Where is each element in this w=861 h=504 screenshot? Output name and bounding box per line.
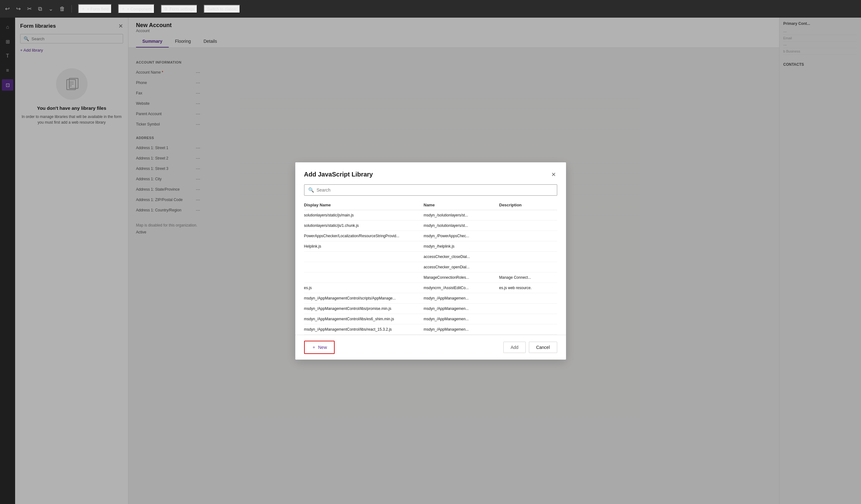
new-label: New — [318, 345, 327, 350]
modal-table-header: Display Name Name Description — [304, 200, 557, 210]
cell-name: msdyn_/AppManagemen... — [424, 306, 499, 311]
modal-search-icon: 🔍 — [308, 187, 314, 193]
cell-display-name: Helplink.js — [304, 244, 424, 249]
copy-icon[interactable]: ⧉ — [38, 6, 42, 12]
modal-search-input[interactable] — [317, 187, 553, 193]
cell-description — [499, 244, 557, 249]
table-row[interactable]: solutionlayers/static/js/main.js msdyn_/… — [304, 210, 557, 221]
cancel-label: Cancel — [536, 345, 550, 350]
form-field-label: + Form field — [87, 6, 109, 11]
table-row[interactable]: Helplink.js msdyn_/helplink.js — [304, 241, 557, 252]
cell-name: msdyn_/AppManagemen... — [424, 296, 499, 300]
cell-description — [499, 306, 557, 311]
cell-display-name — [304, 265, 424, 269]
cell-display-name: solutionlayers/static/js/1.chunk.js — [304, 223, 424, 228]
table-row[interactable]: ManageConnectionRoles... Manage Connect.… — [304, 272, 557, 283]
table-row[interactable]: msdyn_/AppManagementControl/scripts/AppM… — [304, 293, 557, 304]
modal-close-button[interactable]: ✕ — [550, 170, 557, 179]
table-row[interactable]: accessChecker_openDial... — [304, 262, 557, 272]
cell-name: msdyn_/solutionlayers/st... — [424, 223, 499, 228]
add-button[interactable]: Add — [503, 342, 526, 353]
col-header-name: Name — [424, 202, 499, 207]
cancel-button[interactable]: Cancel — [529, 342, 557, 353]
component-btn[interactable]: ＋ + Component — [118, 4, 154, 14]
cell-name: msdyn_/AppManagemen... — [424, 317, 499, 321]
modal-search-box[interactable]: 🔍 — [304, 184, 557, 196]
redo-icon[interactable]: ↪ — [16, 5, 21, 12]
table-row[interactable]: accessChecker_closeDial... — [304, 252, 557, 262]
modal-title: Add JavaScript Library — [304, 171, 373, 178]
table-row[interactable]: msdyn_/AppManagementControl/libs/promise… — [304, 304, 557, 314]
arrow-down-icon[interactable]: ⌄ — [49, 5, 53, 12]
new-button[interactable]: ＋ New — [304, 341, 334, 354]
add-label: Add — [510, 345, 519, 350]
cell-name: msdyn_/helplink.js — [424, 244, 499, 249]
switch-classic-btn[interactable]: Switch to classic — [204, 5, 240, 13]
cell-display-name: solutionlayers/static/js/main.js — [304, 213, 424, 218]
toolbar-divider — [71, 5, 72, 13]
add-js-library-modal: Add JavaScript Library ✕ 🔍 Display Name … — [295, 162, 566, 360]
cell-display-name: msdyn_/AppManagementControl/libs/react_1… — [304, 327, 424, 332]
cell-display-name: msdyn_/AppManagementControl/libs/promise… — [304, 306, 424, 311]
cell-description — [499, 234, 557, 238]
cut-icon[interactable]: ✂ — [27, 5, 32, 12]
form-settings-btn[interactable]: ⚙ Form settings — [161, 5, 197, 13]
cell-description — [499, 265, 557, 269]
table-row[interactable]: es.js msdyncrm_/AssistEditCo... es.js we… — [304, 283, 557, 293]
cell-name: accessChecker_openDial... — [424, 265, 499, 269]
plus-icon: ＋ — [81, 6, 85, 12]
undo-icon[interactable]: ↩ — [5, 5, 10, 12]
cell-description — [499, 296, 557, 300]
delete-icon[interactable]: 🗑 — [59, 6, 65, 12]
plus-icon-2: ＋ — [121, 6, 125, 12]
table-row[interactable]: PowerAppsChecker/Localization/ResourceSt… — [304, 231, 557, 241]
cell-name: msdyn_/PowerAppsChec... — [424, 234, 499, 238]
new-plus-icon: ＋ — [312, 345, 316, 350]
toolbar: ↩ ↪ ✂ ⧉ ⌄ 🗑 ＋ + Form field ＋ + Component… — [0, 0, 861, 18]
modal-table: Display Name Name Description solutionla… — [304, 200, 557, 335]
cell-display-name: es.js — [304, 286, 424, 290]
footer-right: Add Cancel — [503, 342, 557, 353]
cell-description — [499, 223, 557, 228]
switch-classic-label: Switch to classic — [207, 6, 237, 11]
component-label: + Component — [127, 6, 151, 11]
cell-name: accessChecker_closeDial... — [424, 254, 499, 259]
cell-description — [499, 317, 557, 321]
form-field-btn[interactable]: ＋ + Form field — [78, 4, 112, 14]
cell-description: Manage Connect... — [499, 275, 557, 280]
col-header-description: Description — [499, 202, 557, 207]
table-row[interactable]: msdyn_/AppManagementControl/libs/es6_shi… — [304, 314, 557, 324]
modal-overlay: Add JavaScript Library ✕ 🔍 Display Name … — [0, 18, 861, 504]
col-header-display-name: Display Name — [304, 202, 424, 207]
cell-name: msdyn_/AppManagemen... — [424, 327, 499, 332]
cell-name: msdyncrm_/AssistEditCo... — [424, 286, 499, 290]
modal-header: Add JavaScript Library ✕ — [295, 162, 566, 184]
modal-table-body[interactable]: solutionlayers/static/js/main.js msdyn_/… — [304, 210, 557, 335]
cell-display-name: PowerAppsChecker/Localization/ResourceSt… — [304, 234, 424, 238]
settings-icon: ⚙ — [164, 6, 168, 11]
cell-name: msdyn_/solutionlayers/st... — [424, 213, 499, 218]
table-row[interactable]: solutionlayers/static/js/1.chunk.js msdy… — [304, 221, 557, 231]
form-settings-label: Form settings — [169, 6, 194, 11]
cell-description — [499, 254, 557, 259]
cell-description — [499, 213, 557, 218]
cell-display-name: msdyn_/AppManagementControl/scripts/AppM… — [304, 296, 424, 300]
cell-name: ManageConnectionRoles... — [424, 275, 499, 280]
table-row[interactable]: msdyn_/AppManagementControl/libs/react_1… — [304, 324, 557, 335]
cell-display-name: msdyn_/AppManagementControl/libs/es6_shi… — [304, 317, 424, 321]
cell-display-name — [304, 275, 424, 280]
modal-footer: ＋ New Add Cancel — [295, 335, 566, 360]
cell-description — [499, 327, 557, 332]
cell-description: es.js web resource. — [499, 286, 557, 290]
cell-display-name — [304, 254, 424, 259]
